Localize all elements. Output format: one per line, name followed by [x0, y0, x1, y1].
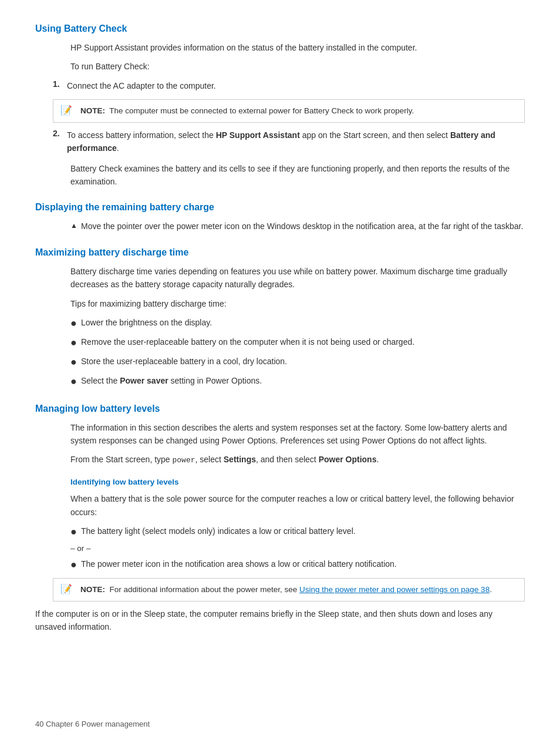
step-2: 2. To access battery information, select… — [53, 129, 525, 155]
note-text-2: NOTE: For additional information about t… — [80, 583, 517, 596]
power-code: power — [173, 456, 195, 465]
bullet-lower-brightness: ● Lower the brightness on the display. — [70, 316, 525, 331]
section-heading-managing: Managing low battery levels — [35, 404, 525, 414]
note-text-1: NOTE: The computer must be connected to … — [80, 105, 517, 117]
or-separator: – or – — [70, 544, 525, 553]
section-heading-battery-check: Using Battery Check — [35, 23, 525, 34]
page-footer: 40 Chapter 6 Power management — [35, 720, 150, 728]
displaying-bullet-text: Move the pointer over the power meter ic… — [81, 220, 525, 233]
battery-check-intro: HP Support Assistant provides informatio… — [70, 41, 525, 54]
managing-para2: From the Start screen, type power, selec… — [70, 453, 525, 467]
bullet-dot-4: ● — [70, 374, 81, 389]
bullet-power-meter-icon-text: The power meter icon in the notification… — [81, 557, 525, 570]
bullet-dot-2: ● — [70, 335, 81, 350]
maximizing-intro: Battery discharge time varies depending … — [70, 265, 525, 291]
settings-bold: Settings — [224, 455, 256, 464]
managing-conclusion: If the computer is on or in the Sleep st… — [35, 607, 525, 634]
bullet-dot-6: ● — [70, 557, 81, 572]
bullet-dot-1: ● — [70, 316, 81, 331]
step-2-text: To access battery information, select th… — [67, 129, 525, 155]
bullet-remove-battery: ● Remove the user-replaceable battery on… — [70, 335, 525, 350]
note-label-1: NOTE: — [80, 106, 105, 115]
identifying-para: When a battery that is the sole power so… — [70, 492, 525, 519]
note-content-1: The computer must be connected to extern… — [109, 106, 414, 115]
note-label-2: NOTE: — [80, 585, 105, 594]
bullet-power-saver-text: Select the Power saver setting in Power … — [81, 374, 525, 387]
note-icon-1: 📝 — [60, 105, 78, 116]
power-options-bold: Power Options — [319, 455, 377, 464]
step-2-number: 2. — [53, 129, 67, 138]
power-meter-link[interactable]: Using the power meter and power settings… — [299, 585, 490, 594]
bullet-dot-3: ● — [70, 355, 81, 369]
managing-para1: The information in this section describe… — [70, 421, 525, 448]
step-1: 1. Connect the AC adapter to the compute… — [53, 79, 525, 92]
bullet-store-battery-text: Store the user-replaceable battery in a … — [81, 355, 525, 368]
power-saver-bold: Power saver — [120, 376, 168, 385]
triangle-bullet-displaying: ▲ Move the pointer over the power meter … — [70, 220, 525, 233]
bullet-power-meter-icon: ● The power meter icon in the notificati… — [70, 557, 525, 572]
bullet-power-saver: ● Select the Power saver setting in Powe… — [70, 374, 525, 389]
sub-heading-identifying: Identifying low battery levels — [70, 478, 525, 486]
step-1-number: 1. — [53, 79, 67, 89]
bullet-battery-light-text: The battery light (select models only) i… — [81, 525, 525, 537]
note-box-2: 📝 NOTE: For additional information about… — [53, 578, 525, 601]
to-run-label: To run Battery Check: — [70, 60, 525, 73]
battery-check-conclusion: Battery Check examines the battery and i… — [70, 162, 525, 189]
section-heading-displaying: Displaying the remaining battery charge — [35, 202, 525, 213]
step-1-text: Connect the AC adapter to the computer. — [67, 79, 525, 92]
note-icon-2: 📝 — [60, 583, 78, 594]
section-heading-maximizing: Maximizing battery discharge time — [35, 247, 525, 258]
bullet-remove-battery-text: Remove the user-replaceable battery on t… — [81, 335, 525, 348]
bullet-store-battery: ● Store the user-replaceable battery in … — [70, 355, 525, 369]
note-box-1: 📝 NOTE: The computer must be connected t… — [53, 99, 525, 123]
tips-label: Tips for maximizing battery discharge ti… — [70, 297, 525, 310]
triangle-marker-displaying: ▲ — [70, 221, 81, 230]
bullet-lower-brightness-text: Lower the brightness on the display. — [81, 316, 525, 329]
step-2-bold-1: HP Support Assistant — [216, 130, 300, 140]
bullet-battery-light: ● The battery light (select models only)… — [70, 525, 525, 539]
bullet-dot-5: ● — [70, 525, 81, 539]
